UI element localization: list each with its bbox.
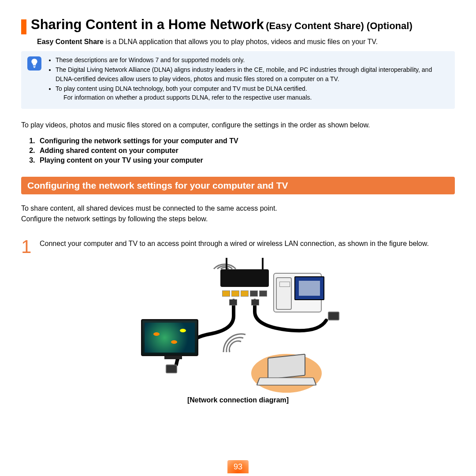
network-connection-diagram [128, 260, 348, 392]
ethernet-jack-icon [328, 312, 339, 320]
wifi-signal-icon [212, 253, 238, 271]
overview-steps: Configuring the network settings for you… [37, 137, 455, 164]
laptop-wifi-icon [221, 330, 248, 355]
router-ports-icon [218, 290, 271, 299]
tip-item-1: These descriptions are for Windows 7 and… [56, 56, 449, 64]
intro-paragraph: Easy Content Share is a DLNA application… [37, 38, 455, 46]
section-header: Configuring the network settings for you… [21, 177, 455, 194]
laptop-icon [258, 356, 315, 389]
step-number-1: 1 [21, 238, 34, 256]
diagram-container: [Network connection diagram] [21, 260, 455, 404]
intro-bold: Easy Content Share [37, 38, 104, 45]
page-title: Sharing Content in a Home Network (Easy … [31, 17, 455, 33]
router-icon [220, 269, 269, 287]
overview-step-2: Adding shared content on your computer [37, 147, 455, 155]
section-line-2: Configure the network settings by follow… [21, 214, 455, 224]
monitor-screen-icon [294, 276, 324, 300]
diagram-caption: [Network connection diagram] [21, 396, 455, 404]
title-accent-bar [21, 19, 26, 34]
pc-tower-icon [276, 277, 292, 310]
body-intro: To play videos, photos and music files s… [21, 121, 455, 129]
desktop-computer-icon [273, 273, 322, 312]
ethernet-plug-icon [229, 299, 237, 305]
tip-list: These descriptions are for Windows 7 and… [48, 56, 449, 103]
tip-item-3-sub: For information on whether a product sup… [63, 93, 449, 102]
ethernet-plug-icon [251, 299, 259, 305]
title-subtitle: (Easy Content Share) (Optional) [266, 20, 412, 31]
tip-callout: These descriptions are for Windows 7 and… [21, 51, 455, 109]
section-intro: To share content, all shared devices mus… [21, 203, 455, 224]
step-1-row: 1 Connect your computer and TV to an acc… [21, 238, 455, 256]
page-number: 93 [227, 460, 249, 473]
tip-item-2: The Digital Living Network Alliance (DLN… [56, 65, 449, 83]
intro-rest: is a DLNA application that allows you to… [104, 38, 378, 45]
overview-step-1: Configuring the network settings for you… [37, 137, 455, 145]
page-title-row: Sharing Content in a Home Network (Easy … [21, 17, 455, 34]
tip-item-3: To play content using DLNA technology, b… [56, 84, 449, 102]
title-main: Sharing Content in a Home Network [31, 17, 264, 32]
tv-icon [141, 319, 198, 356]
section-line-1: To share content, all shared devices mus… [21, 203, 455, 214]
lightbulb-icon [27, 56, 41, 71]
ethernet-jack-icon [166, 364, 177, 373]
overview-step-3: Playing content on your TV using your co… [37, 156, 455, 164]
